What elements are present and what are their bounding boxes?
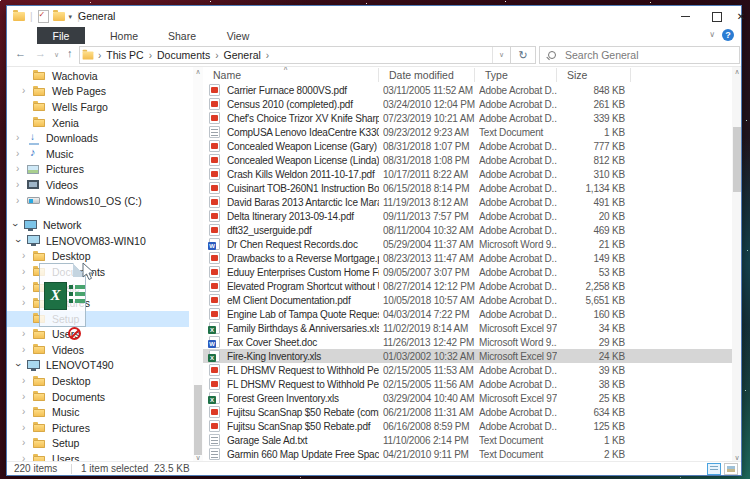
close-button[interactable]: ✕ (728, 6, 750, 27)
sidebar-item[interactable]: Pictures (7, 162, 189, 178)
file-list-scrollbar-thumb[interactable] (733, 127, 741, 192)
refresh-button[interactable]: ↻ (511, 46, 536, 64)
expand-chevron-icon[interactable] (22, 267, 33, 277)
file-row[interactable]: Fire-King Inventory.xls 01/03/2002 10:32… (203, 349, 732, 363)
file-row[interactable]: Garage Sale Ad.txt 11/10/2006 2:14 PM Te… (203, 433, 732, 447)
expand-chevron-icon[interactable] (22, 329, 33, 339)
sidebar-item[interactable]: Documents (7, 389, 189, 405)
file-row[interactable]: Garmin 660 Map Update Free Space.txt 04/… (203, 447, 732, 461)
expand-chevron-icon[interactable] (22, 438, 33, 448)
file-row[interactable]: Census 2010 (completed).pdf 03/24/2010 1… (203, 97, 732, 111)
expand-chevron-icon[interactable] (16, 236, 27, 246)
sidebar-item[interactable]: Wachovia (7, 68, 189, 84)
breadcrumb-general[interactable]: General (220, 49, 263, 61)
sidebar-item[interactable]: Users (7, 327, 189, 343)
customize-qat-caret-icon[interactable]: ▾ (69, 13, 73, 21)
properties-check-icon[interactable] (38, 10, 49, 23)
new-folder-icon[interactable] (53, 12, 65, 21)
details-view-button[interactable] (707, 463, 721, 475)
search-box[interactable] (539, 46, 740, 64)
sidebar-item[interactable]: Windows10_OS (C:) (7, 193, 189, 209)
column-header-size[interactable]: Size (561, 68, 631, 82)
sidebar-item[interactable]: Music (7, 404, 189, 420)
collapse-ribbon-icon[interactable]: ∨ (709, 30, 715, 39)
sidebar-item[interactable]: Web Pages (7, 84, 189, 100)
file-row[interactable]: Family Birthdays & Anniversaries.xls 11/… (203, 321, 732, 335)
tab-home[interactable]: Home (99, 27, 149, 44)
expand-chevron-icon[interactable] (22, 345, 33, 355)
file-row[interactable]: eM Client Documentation.pdf 10/05/2018 1… (203, 293, 732, 307)
expand-chevron-icon[interactable] (22, 392, 33, 402)
expand-chevron-icon[interactable] (22, 86, 33, 96)
sidebar-item[interactable]: Videos (7, 177, 189, 193)
file-row[interactable]: Fujitsu ScanSnap $50 Rebate.pdf 06/16/20… (203, 419, 732, 433)
sidebar-item[interactable]: Desktop (7, 249, 189, 265)
file-row[interactable]: Chef's Choice Trizor XV Knife Sharpener … (203, 111, 732, 125)
sidebar-item[interactable]: Videos (7, 342, 189, 358)
file-row[interactable]: Engine Lab of Tampa Quote Request.pdf 04… (203, 307, 732, 321)
expand-chevron-icon[interactable] (22, 298, 33, 308)
sidebar-item[interactable]: Documents (7, 264, 189, 280)
file-list-scrollbar[interactable]: ∧ ∨ (732, 67, 741, 463)
expand-chevron-icon[interactable] (16, 180, 27, 190)
sidebar-scrollbar[interactable]: ∧ ∨ (193, 67, 203, 463)
sidebar-item[interactable]: Music (7, 146, 189, 162)
expand-chevron-icon[interactable] (22, 376, 33, 386)
expand-chevron-icon[interactable] (22, 423, 33, 433)
file-row[interactable]: FL DHSMV Request to Withhold Personal...… (203, 363, 732, 377)
sidebar-item[interactable]: Music (7, 280, 189, 296)
help-icon[interactable]: ? (722, 29, 734, 41)
expand-chevron-icon[interactable] (22, 407, 33, 417)
file-row[interactable]: Forest Green Inventory.xls 03/29/2004 10… (203, 391, 732, 405)
sidebar-item[interactable]: Xenia (7, 115, 189, 131)
file-row[interactable]: David Baras 2013 Antarctic Ice Marathon.… (203, 195, 732, 209)
expand-chevron-icon[interactable] (16, 164, 27, 174)
file-row[interactable]: Concealed Weapon License (Gary) 2018-...… (203, 139, 732, 153)
title-bar[interactable]: | ▾ | General ✕ (7, 6, 741, 27)
sidebar-scrollbar-thumb[interactable] (194, 385, 202, 455)
file-row[interactable]: Drawbacks to a Reverse Mortgage.pdf 08/2… (203, 251, 732, 265)
scroll-up-icon[interactable]: ∧ (732, 68, 741, 76)
file-row[interactable]: Eduuy Enterprises Custom Home Furnish...… (203, 265, 732, 279)
file-row[interactable]: Concealed Weapon License (Linda) 2018-..… (203, 153, 732, 167)
scroll-up-icon[interactable]: ∧ (193, 68, 203, 76)
address-bar[interactable]: › This PC › Documents › General › ∨ (79, 46, 511, 64)
minimize-button[interactable] (670, 6, 700, 27)
tab-file[interactable]: File (37, 27, 85, 44)
column-header-date[interactable]: Date modified (383, 68, 475, 82)
sidebar-item[interactable]: LENOVOM83-WIN10 (7, 233, 189, 249)
expand-chevron-icon[interactable] (16, 149, 27, 159)
expand-chevron-icon[interactable] (16, 133, 27, 143)
file-row[interactable]: Crash Kills Weldon 2011-10-17.pdf 10/17/… (203, 167, 732, 181)
large-icons-view-button[interactable] (724, 463, 738, 475)
sidebar-item[interactable]: Setup (7, 436, 189, 452)
sidebar-item[interactable]: Wells Fargo (7, 99, 189, 115)
file-row[interactable]: Cuisinart TOB-260N1 Instruction Book.pdf… (203, 181, 732, 195)
sidebar-item[interactable]: Desktop (7, 373, 189, 389)
sidebar-item[interactable]: Network (7, 217, 189, 233)
sidebar-item[interactable]: Pictures (7, 420, 189, 436)
recent-locations-caret-icon[interactable]: ∨ (54, 51, 59, 59)
sidebar-item[interactable]: Downloads (7, 130, 189, 146)
tab-view[interactable]: View (215, 27, 261, 44)
file-row[interactable]: CompUSA Lenovo IdeaCentre K330 7727-... … (203, 125, 732, 139)
breadcrumb-this-pc[interactable]: This PC (103, 49, 146, 61)
file-row[interactable]: Fax Cover Sheet.doc 11/26/2013 12:42 PM … (203, 335, 732, 349)
file-row[interactable]: Delta Itinerary 2013-09-14.pdf 09/11/201… (203, 209, 732, 223)
sidebar-item[interactable]: Setup (7, 311, 189, 327)
column-header-type[interactable]: Type (479, 68, 557, 82)
file-row[interactable]: Fujitsu ScanSnap $50 Rebate (completed).… (203, 405, 732, 419)
search-input[interactable] (563, 48, 739, 62)
forward-button[interactable]: → (35, 47, 46, 59)
back-button[interactable]: ← (15, 47, 26, 59)
sidebar-item[interactable]: LENOVOT490 (7, 358, 189, 374)
file-row[interactable]: Dr Chen Request Records.doc 05/29/2004 1… (203, 237, 732, 251)
file-row[interactable]: Carrier Furnace 8000VS.pdf 03/11/2005 11… (203, 83, 732, 97)
file-row[interactable]: Elevated Program Shortcut without UAC ..… (203, 279, 732, 293)
file-row[interactable]: dft32_userguide.pdf 08/11/2004 10:32 AM … (203, 223, 732, 237)
file-row[interactable]: FL DHSMV Request to Withhold Personal...… (203, 377, 732, 391)
address-dropdown-caret-icon[interactable]: ∨ (492, 47, 510, 63)
expand-chevron-icon[interactable] (22, 251, 33, 261)
expand-chevron-icon[interactable] (16, 196, 27, 206)
expand-chevron-icon[interactable] (22, 283, 33, 293)
